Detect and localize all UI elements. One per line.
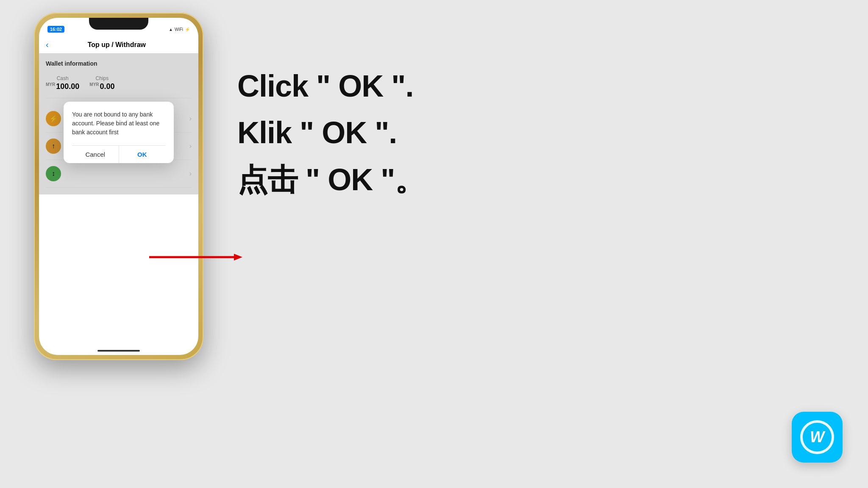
nav-bar: ‹ Top up / Withdraw: [39, 36, 198, 53]
app-icon-logo: [800, 420, 834, 454]
back-button[interactable]: ‹: [46, 40, 49, 50]
status-icons: ▲ WiFi ⚡: [169, 27, 190, 32]
signal-icon: ▲: [169, 27, 173, 32]
status-time: 16:02: [47, 26, 64, 33]
phone-notch: [89, 18, 148, 30]
instruction-block: Click " OK ". Klik " OK ". 点击 " OK "。: [237, 68, 534, 208]
dialog-cancel-button[interactable]: Cancel: [72, 146, 119, 163]
dialog-box: You are not bound to any bank account. P…: [64, 102, 174, 163]
svg-marker-1: [234, 254, 242, 261]
dialog-overlay: You are not bound to any bank account. P…: [39, 53, 198, 194]
dialog-buttons: Cancel OK: [72, 145, 165, 163]
dialog-ok-button[interactable]: OK: [119, 146, 166, 163]
home-indicator: [97, 350, 140, 352]
phone-screen: 16:02 ▲ WiFi ⚡ ‹ Top up / Withdraw Walle…: [39, 18, 198, 355]
nav-title: Top up / Withdraw: [52, 41, 181, 49]
wifi-icon: WiFi: [175, 27, 183, 32]
phone-shell: 16:02 ▲ WiFi ⚡ ‹ Top up / Withdraw Walle…: [34, 13, 203, 360]
phone-mockup: 16:02 ▲ WiFi ⚡ ‹ Top up / Withdraw Walle…: [34, 13, 203, 360]
instruction-line-1: Click " OK ".: [237, 68, 534, 104]
screen-content: Wallet information Cash MYR100.00 Chips …: [39, 53, 198, 194]
instruction-line-2: Klik " OK ".: [237, 114, 534, 151]
app-icon: [792, 412, 843, 463]
red-arrow: [149, 252, 242, 262]
instruction-line-3: 点击 " OK "。: [237, 161, 534, 198]
battery-icon: ⚡: [185, 27, 190, 32]
dialog-message: You are not bound to any bank account. P…: [72, 110, 165, 137]
